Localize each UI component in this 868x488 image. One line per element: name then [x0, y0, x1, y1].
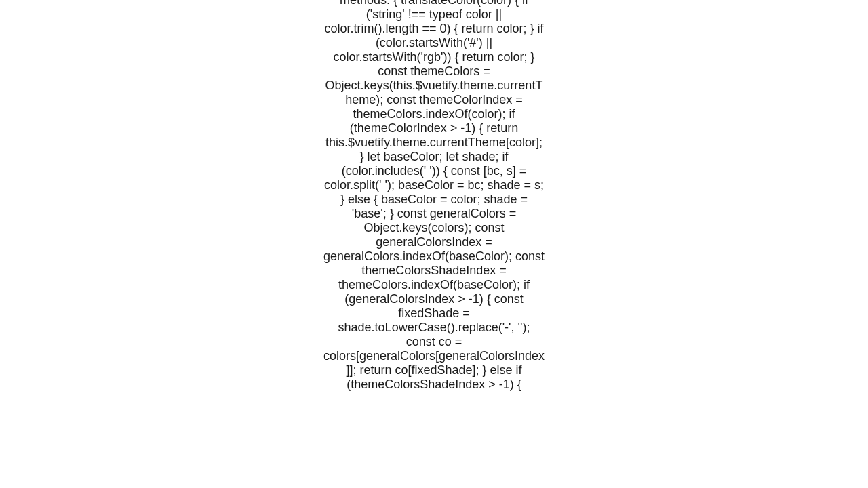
code-snippet-text: methods: { translateColor(color) { if ('…	[322, 0, 546, 392]
